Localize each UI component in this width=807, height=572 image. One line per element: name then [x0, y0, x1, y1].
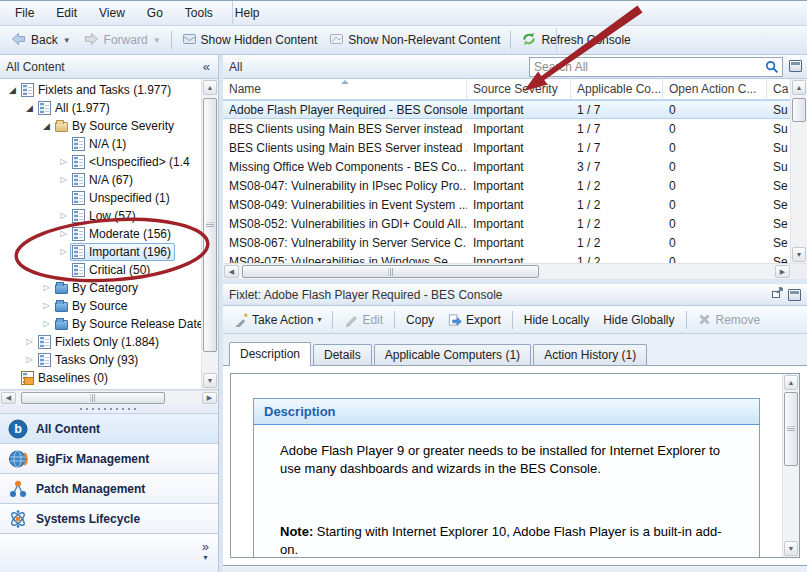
action-hide-globally[interactable]: Hide Globally — [596, 310, 681, 330]
tree-item[interactable]: Unspecified (1) — [0, 189, 201, 207]
column-header-applicable-co[interactable]: Applicable Co... — [571, 79, 663, 99]
tree-expand-icon[interactable]: ▷ — [57, 207, 70, 225]
tree-expand-icon[interactable]: ▷ — [23, 351, 36, 369]
scroll-down-icon[interactable]: ▼ — [784, 541, 798, 556]
tree-expand-icon[interactable]: ▷ — [40, 279, 53, 297]
scrollbar-track[interactable] — [783, 391, 799, 540]
tree-horizontal-scrollbar[interactable]: ◀ ▶ — [0, 390, 218, 405]
maximize-panel-icon[interactable] — [789, 60, 802, 72]
nav-item-systems-lifecycle[interactable]: Systems Lifecycle — [0, 503, 218, 533]
column-header-open-action-c[interactable]: Open Action C... — [663, 79, 767, 99]
table-row[interactable]: MS08-052: Vulnerabilities in GDI+ Could … — [223, 214, 790, 233]
table-row[interactable]: BES Clients using Main BES Server instea… — [223, 138, 790, 157]
scroll-up-icon[interactable]: ▲ — [784, 375, 798, 390]
chevron-down-icon[interactable]: ▼ — [153, 36, 161, 45]
column-header-source-severity[interactable]: Source Severity — [467, 79, 571, 99]
action-export[interactable]: Export — [441, 310, 508, 330]
nav-item-bigfix-management[interactable]: BigFix Management — [0, 443, 218, 473]
scrollbar-thumb[interactable] — [203, 98, 217, 352]
tree-item[interactable]: ▷Moderate (156) — [0, 225, 201, 243]
search-icon[interactable] — [762, 60, 782, 74]
action-remove[interactable]: Remove — [691, 310, 768, 330]
list-horizontal-scrollbar[interactable]: ◀ ▶ — [223, 263, 807, 279]
scrollbar-track[interactable] — [202, 96, 218, 372]
menu-tools[interactable]: Tools — [174, 3, 224, 23]
tree-item[interactable]: ▷Tasks Only (93) — [0, 351, 201, 369]
table-row[interactable]: Missing Office Web Components - BES Co..… — [223, 157, 790, 176]
menu-view[interactable]: View — [88, 3, 136, 23]
scrollbar-track[interactable] — [17, 391, 201, 405]
menu-help[interactable]: Help — [224, 3, 271, 23]
back-button[interactable]: Back ▼ — [4, 29, 77, 52]
search-input[interactable] — [530, 60, 762, 74]
show-non-relevant-content-button[interactable]: Show Non-Relevant Content — [323, 30, 506, 51]
scroll-left-icon[interactable]: ◀ — [1, 392, 16, 404]
scroll-down-icon[interactable]: ▼ — [203, 373, 217, 388]
tree-item[interactable]: Baselines (0) — [0, 369, 201, 387]
tree-expand-icon[interactable]: ▷ — [57, 225, 70, 243]
chevron-down-icon[interactable]: ▼ — [63, 36, 71, 45]
tab-details[interactable]: Details — [313, 344, 372, 365]
column-header-ca[interactable]: Ca — [767, 79, 790, 99]
scrollbar-thumb[interactable] — [242, 265, 539, 278]
tree-item[interactable]: Critical (50) — [0, 261, 201, 279]
table-row[interactable]: MS08-067: Vulnerability in Server Servic… — [223, 233, 790, 252]
scrollbar-thumb[interactable] — [21, 392, 165, 404]
forward-button[interactable]: Forward ▼ — [77, 29, 167, 52]
tree-expand-icon[interactable]: ▷ — [40, 315, 53, 333]
scroll-left-icon[interactable]: ◀ — [224, 265, 239, 278]
scroll-right-icon[interactable]: ▶ — [202, 392, 217, 404]
table-row[interactable]: Adobe Flash Player Required - BES Consol… — [223, 100, 790, 119]
tree-item[interactable]: ▷By Category — [0, 279, 201, 297]
menu-file[interactable]: File — [4, 3, 45, 23]
tree-item[interactable] — [0, 387, 201, 389]
tree-item[interactable]: ▷N/A (67) — [0, 171, 201, 189]
tree-expand-icon[interactable]: ◢ — [6, 81, 19, 99]
description-vertical-scrollbar[interactable]: ▲ ▼ — [782, 374, 799, 557]
action-edit[interactable]: Edit — [337, 310, 390, 330]
nav-overflow-button[interactable]: » ▼ — [202, 540, 209, 561]
table-row[interactable]: MS08-049: Vulnerabilities in Event Syste… — [223, 195, 790, 214]
tree-item[interactable]: ◢By Source Severity — [0, 117, 201, 135]
tree-expand-icon[interactable]: ▷ — [23, 333, 36, 351]
tab-action-history-1[interactable]: Action History (1) — [533, 344, 647, 365]
tree-expand-icon[interactable]: ◢ — [23, 99, 36, 117]
menu-go[interactable]: Go — [136, 3, 174, 23]
tree-vertical-scrollbar[interactable]: ▲ ▼ — [201, 79, 218, 389]
tree-expand-icon[interactable]: ▷ — [57, 243, 70, 261]
scroll-up-icon[interactable]: ▲ — [203, 80, 217, 95]
tree-expand-icon[interactable]: ◢ — [40, 117, 53, 135]
tree-item[interactable]: ▷Fixlets Only (1.884) — [0, 333, 201, 351]
tree-item[interactable]: ▷By Source — [0, 297, 201, 315]
tab-applicable-computers-1[interactable]: Applicable Computers (1) — [374, 344, 531, 365]
show-hidden-content-button[interactable]: Show Hidden Content — [176, 30, 324, 51]
scrollbar-track[interactable] — [791, 96, 807, 246]
popout-panel-icon[interactable] — [771, 287, 784, 302]
maximize-panel-icon[interactable] — [788, 289, 801, 301]
tree-item[interactable]: ◢Fixlets and Tasks (1.977) — [0, 81, 201, 99]
tab-description[interactable]: Description — [229, 342, 311, 366]
menu-edit[interactable]: Edit — [45, 3, 88, 23]
tree-expand-icon[interactable]: ▷ — [40, 297, 53, 315]
scrollbar-thumb[interactable] — [784, 392, 798, 466]
scroll-right-icon[interactable]: ▶ — [775, 265, 790, 278]
sidebar-splitter-handle[interactable] — [0, 405, 218, 413]
tree-item[interactable]: N/A (1) — [0, 135, 201, 153]
nav-item-patch-management[interactable]: Patch Management — [0, 473, 218, 503]
nav-item-all-content[interactable]: bAll Content — [0, 413, 218, 443]
tree-item[interactable]: ▷<Unspecified> (1.4 — [0, 153, 201, 171]
tree-item-selected[interactable]: ▷Important (196) — [0, 243, 201, 261]
list-vertical-scrollbar[interactable]: ▲ ▼ — [790, 79, 807, 263]
tree-item[interactable]: ◢All (1.977) — [0, 99, 201, 117]
collapse-panel-icon[interactable]: « — [201, 60, 212, 73]
table-row[interactable]: MS08-047: Vulnerability in IPsec Policy … — [223, 176, 790, 195]
column-header-name[interactable]: Name — [223, 79, 467, 99]
table-row[interactable]: MS08-075: Vulnerabilities in Windows Se.… — [223, 252, 790, 263]
action-hide-locally[interactable]: Hide Locally — [517, 310, 596, 330]
refresh-console-button[interactable]: Refresh Console — [515, 29, 636, 52]
tree-item[interactable]: ▷By Source Release Date — [0, 315, 201, 333]
scrollbar-thumb[interactable] — [792, 98, 806, 122]
tree-expand-icon[interactable]: ▷ — [57, 153, 70, 171]
action-copy[interactable]: Copy — [399, 310, 441, 330]
action-take-action[interactable]: Take Action▾ — [227, 310, 328, 330]
